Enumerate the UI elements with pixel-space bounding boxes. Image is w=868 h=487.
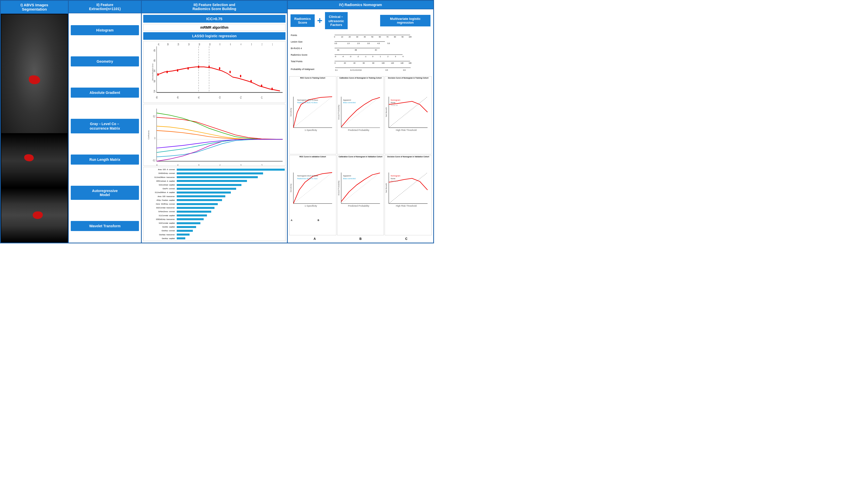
svg-text:0.2 0.4 0.6 0.8: 0.2 0.4 0.6 0.8 <box>350 69 362 71</box>
svg-text:Net Benefit: Net Benefit <box>385 107 388 117</box>
svg-text:4: 4 <box>241 43 241 46</box>
svg-text:4.5: 4.5 <box>377 42 380 44</box>
bar-fill-7 <box>177 192 231 194</box>
bar-label-13: S11Correlat_sagittal <box>144 215 176 217</box>
svg-text:50: 50 <box>371 36 373 37</box>
svg-text:-4: -4 <box>198 95 199 99</box>
radiomics-score-box: Radiomics Score <box>290 14 315 27</box>
roc-validation-svg: 1-Specificity Sensitivity Nomogram AUC=0… <box>289 158 336 218</box>
svg-text:-8: -8 <box>156 164 158 166</box>
decision-validation-title: Decision Curve of Nomogram in Validation… <box>385 155 432 158</box>
bar-fill-18 <box>177 233 190 235</box>
error-y-label: Misclassification Error <box>152 63 154 80</box>
scale-row-radiomics: Radomics Score -5 -4 -3 -2 -1 0 1 2 <box>291 52 430 58</box>
scale-ticks-total: 0 20 40 60 80 100 120 140 160 <box>314 59 430 64</box>
svg-text:45: 45 <box>154 48 155 52</box>
svg-text:4B: 4B <box>355 49 357 51</box>
svg-text:None: None <box>391 101 395 104</box>
feature-histogram: Histogram <box>71 25 139 35</box>
scale-label-birads: BI-RADS 4 <box>291 47 313 50</box>
bar-fill-9 <box>177 199 222 201</box>
svg-text:Apparent: Apparent <box>343 99 351 101</box>
svg-text:60: 60 <box>379 36 381 37</box>
coeff-y-label: Coefficients <box>148 130 150 139</box>
bar-label-19: GeoNsz_sagittal <box>144 237 176 239</box>
svg-text:-2: -2 <box>261 164 262 166</box>
svg-point-5 <box>177 69 178 72</box>
svg-text:None: None <box>391 177 395 180</box>
svg-text:-6: -6 <box>177 164 179 166</box>
roc-training-title: ROC Curve in Training Cohort <box>289 76 336 79</box>
roc-training-svg: 1-Specificity Sensitivity Nomogram AUC=0… <box>289 79 336 145</box>
svg-text:Predicted Probability: Predicted Probability <box>348 129 369 131</box>
svg-text:20: 20 <box>344 62 346 64</box>
svg-text:Sensitivity: Sensitivity <box>290 184 292 192</box>
red-blob-2 <box>24 154 34 161</box>
svg-text:-2: -2 <box>240 95 241 99</box>
panel-1-header: I) ABVS Images Segmentation <box>1 1 68 14</box>
svg-text:4A: 4A <box>337 49 339 51</box>
abc-labels-row: A B C <box>289 236 432 241</box>
svg-text:High Risk Threshold: High Risk Threshold <box>396 204 417 207</box>
mri-bg-3 <box>1 188 67 242</box>
bar-label-9: 45Gp_Fraction_sagittal <box>144 199 176 201</box>
bar-fill-6 <box>177 188 236 190</box>
svg-text:3: 3 <box>251 43 252 46</box>
svg-text:5.5: 5.5 <box>388 42 390 44</box>
nomogram-formula: Radiomics Score + Clinical－ ultrasonic F… <box>289 11 432 30</box>
bar-row-5 <box>177 184 285 186</box>
roc-row-labels: A B C <box>289 219 336 222</box>
icc-box: ICC>0.75 <box>143 15 285 23</box>
svg-text:120: 120 <box>391 62 394 64</box>
bar-label-6: GeoFh_coronal <box>144 188 176 190</box>
svg-text:Nomogram AUC=0.8xxx: Nomogram AUC=0.8xxx <box>297 174 318 177</box>
scale-row-prob: Probability of Malignant 0.1 0.2 0.4 0.6… <box>291 65 430 73</box>
svg-text:10: 10 <box>209 43 211 46</box>
panel-3: III) Feature Selection and Radiomics Sco… <box>142 1 288 242</box>
bar-fill-19 <box>177 237 185 239</box>
calibration-validation-title: Calibration Curve of Nomogram in Validat… <box>337 155 384 158</box>
svg-text:25: 25 <box>154 90 155 93</box>
feature-wavelet: Wavelet Transform <box>71 221 139 231</box>
roc-label-a: A <box>291 219 292 222</box>
scale-label-radiomics: Radomics Score <box>291 54 313 56</box>
svg-text:2: 2 <box>261 43 262 46</box>
bar-fill-12 <box>177 210 211 213</box>
svg-text:40: 40 <box>364 36 366 37</box>
svg-text:-6: -6 <box>177 95 178 99</box>
bar-row-8 <box>177 195 285 198</box>
svg-text:Actual Probability: Actual Probability <box>337 105 340 120</box>
svg-text:25: 25 <box>178 43 179 46</box>
svg-text:0: 0 <box>372 56 373 57</box>
calibration-training-svg: Predicted Probability Actual Probability… <box>337 79 384 145</box>
svg-text:20: 20 <box>349 36 351 37</box>
svg-text:-8: -8 <box>156 95 157 99</box>
svg-text:100: 100 <box>409 36 412 37</box>
svg-text:-4: -4 <box>342 56 344 57</box>
feature-bar-chart: Area_S55_A_coronal S04DirEntrp_coronal S… <box>143 167 285 241</box>
multivariate-box: Multivariate logistic regression <box>380 15 431 26</box>
bar-label-2: S04DirEntrp_coronal <box>144 172 176 174</box>
bar-row-2 <box>177 172 285 175</box>
feature-absolute-gradient: Absolute Gradient <box>71 88 139 98</box>
bar-fill-14 <box>177 218 204 220</box>
decision-training-svg: High Risk Threshold Net Benefit Nomogram… <box>385 79 432 145</box>
bar-fill-1 <box>177 169 285 171</box>
svg-point-6 <box>188 67 189 70</box>
svg-text:0.9: 0.9 <box>403 69 406 71</box>
svg-text:-4: -4 <box>219 164 220 166</box>
svg-text:Predicted Probability: Predicted Probability <box>348 204 369 207</box>
svg-text:-5: -5 <box>198 164 199 166</box>
svg-text:-1: -1 <box>365 56 366 57</box>
svg-text:8: 8 <box>219 43 220 46</box>
panel-4-header: IV) Radiomics Nomogram <box>288 1 433 9</box>
scale-label-lesion: Lesion Size <box>291 40 313 43</box>
svg-text:0: 0 <box>334 36 335 37</box>
lasso-error-chart: Misclassification Error <box>143 41 285 103</box>
svg-text:0: 0 <box>335 62 336 64</box>
bar-fill-16 <box>177 226 196 228</box>
bar-row-12 <box>177 210 285 213</box>
scale-label-points: Points <box>291 34 313 36</box>
svg-text:1-Specificity: 1-Specificity <box>305 204 317 207</box>
scale-ticks-birads: 4A 4B 4C <box>314 45 430 51</box>
